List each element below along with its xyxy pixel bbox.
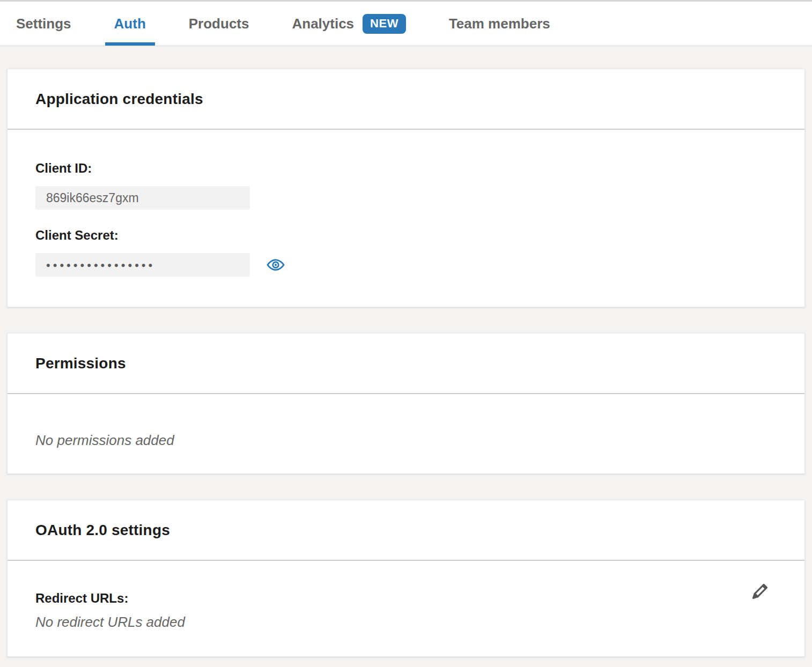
tab-analytics-label: Analytics <box>292 16 354 32</box>
oauth-settings-header: OAuth 2.0 settings <box>8 500 804 561</box>
permissions-card: Permissions No permissions added <box>7 333 805 474</box>
edit-redirect-urls-button[interactable] <box>749 579 772 603</box>
application-credentials-header: Application credentials <box>8 69 804 130</box>
application-credentials-card: Application credentials Client ID: 869ik… <box>7 69 805 307</box>
client-id-label: Client ID: <box>35 161 777 176</box>
application-credentials-body: Client ID: 869ik66esz7gxm Client Secret:… <box>8 130 804 307</box>
oauth-settings-title: OAuth 2.0 settings <box>35 522 170 539</box>
permissions-body: No permissions added <box>8 394 804 473</box>
tab-products[interactable]: Products <box>189 2 249 46</box>
eye-icon <box>267 268 285 276</box>
oauth-settings-card: OAuth 2.0 settings Redirect URLs: No red… <box>7 500 805 657</box>
client-secret-row: •••••••••••••••• <box>35 253 777 277</box>
reveal-secret-button[interactable] <box>267 256 285 274</box>
permissions-empty-message: No permissions added <box>35 432 777 449</box>
redirect-urls-label: Redirect URLs: <box>35 591 777 606</box>
redirect-urls-empty-message: No redirect URLs added <box>35 613 777 631</box>
tab-team-members[interactable]: Team members <box>449 2 550 46</box>
tab-analytics[interactable]: Analytics NEW <box>292 2 405 46</box>
tab-settings[interactable]: Settings <box>16 2 71 46</box>
tab-auth[interactable]: Auth <box>114 2 146 46</box>
client-id-field[interactable]: 869ik66esz7gxm <box>35 186 250 210</box>
permissions-header: Permissions <box>8 334 804 394</box>
client-secret-field[interactable]: •••••••••••••••• <box>35 253 250 277</box>
tab-bar: Settings Auth Products Analytics NEW Tea… <box>0 0 812 46</box>
oauth-settings-body: Redirect URLs: No redirect URLs added <box>8 561 804 656</box>
pencil-icon <box>749 596 772 604</box>
application-credentials-title: Application credentials <box>35 91 203 108</box>
new-badge: NEW <box>363 14 406 34</box>
client-secret-label: Client Secret: <box>35 228 777 243</box>
client-secret-masked-value: •••••••••••••••• <box>46 257 155 272</box>
permissions-title: Permissions <box>35 355 126 372</box>
